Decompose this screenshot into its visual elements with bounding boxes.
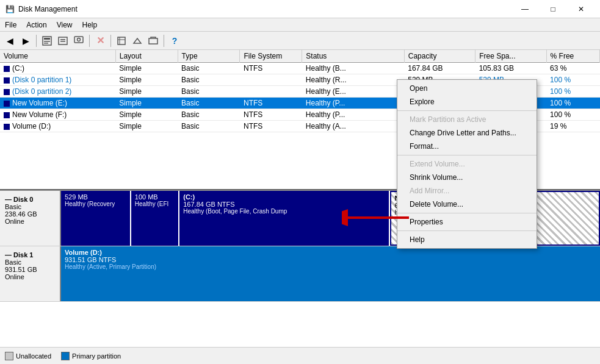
cell-freespace: 105.83 GB	[475, 63, 546, 74]
disk1-status: Online	[5, 273, 55, 280]
arrow-indicator	[342, 209, 415, 229]
disk1-label: — Disk 1 Basic 931.51 GB Online	[0, 246, 61, 301]
cell-fs	[240, 86, 302, 98]
toolbar-separator-1	[36, 35, 37, 47]
legend-box-primary	[61, 352, 70, 360]
col-header-fs[interactable]: File System	[240, 50, 302, 63]
toolbar-btn-3[interactable]	[40, 34, 54, 48]
col-header-freespace[interactable]: Free Spa...	[475, 50, 546, 63]
disk1-name: — Disk 1	[5, 251, 55, 259]
cell-volume: (Disk 0 partition 1)	[0, 74, 115, 86]
table-row[interactable]: (C:) Simple Basic NTFS Healthy (B... 167…	[0, 63, 600, 74]
window-icon: 💾	[5, 4, 15, 14]
cell-layout: Simple	[115, 121, 178, 132]
toolbar-btn-9[interactable]	[146, 34, 161, 48]
ctx-shrink[interactable]: Shrink Volume...	[397, 171, 537, 184]
ctx-add-mirror[interactable]: Add Mirror...	[397, 184, 537, 198]
disk0-partition-recovery[interactable]: 529 MB Healthy (Recovery	[61, 191, 131, 246]
cell-status: Healthy (P...	[302, 109, 404, 121]
cell-pctfree: 100 %	[546, 109, 599, 121]
window-controls: — □ ✕	[511, 0, 595, 18]
svg-rect-3	[44, 43, 48, 44]
ctx-mark-active[interactable]: Mark Partition as Active	[397, 113, 537, 126]
legend-box-unalloc	[5, 352, 13, 360]
svg-rect-2	[44, 41, 50, 42]
col-header-type[interactable]: Type	[178, 50, 240, 63]
cell-fs: NTFS	[240, 63, 302, 74]
disk0-partition-efi[interactable]: 100 MB Healthy (EFI	[131, 191, 179, 246]
ctx-sep-2	[397, 155, 537, 155]
table-header-row: Volume Layout Type File System Status Ca…	[0, 50, 600, 63]
cell-fs: NTFS	[240, 121, 302, 132]
disk0-name: — Disk 0	[5, 196, 55, 203]
ctx-open[interactable]: Open	[397, 82, 537, 95]
col-header-layout[interactable]: Layout	[115, 50, 178, 63]
cell-pctfree: 19 %	[546, 121, 599, 132]
menu-help[interactable]: Help	[78, 18, 103, 31]
toolbar-btn-5[interactable]	[71, 34, 86, 48]
menu-bar: File Action View Help	[0, 18, 600, 32]
toolbar-separator-2	[89, 35, 90, 47]
cell-layout: Simple	[115, 109, 178, 121]
cell-status: Healthy (A...	[302, 121, 404, 132]
part-name: (C:)	[183, 193, 385, 201]
part-status: Healthy (Active, Primary Partition)	[65, 263, 596, 270]
ctx-change-letter[interactable]: Change Drive Letter and Paths...	[397, 126, 537, 140]
disk1-partitions: Volume (D:) 931.51 GB NTFS Healthy (Acti…	[61, 246, 600, 301]
minimize-button[interactable]: —	[511, 0, 539, 18]
cell-status: Healthy (E...	[302, 86, 404, 98]
ctx-sep-1	[397, 110, 537, 111]
forward-button[interactable]: ▶	[18, 34, 33, 48]
ctx-explore[interactable]: Explore	[397, 95, 537, 109]
cell-fs	[240, 74, 302, 86]
menu-view[interactable]: View	[52, 18, 78, 31]
cell-capacity: 167.84 GB	[404, 63, 475, 74]
col-header-status[interactable]: Status	[302, 50, 404, 63]
part-status: Healthy (Recovery	[65, 201, 126, 207]
close-button[interactable]: ✕	[567, 0, 595, 18]
maximize-button[interactable]: □	[539, 0, 567, 18]
toolbar-btn-4[interactable]	[56, 34, 70, 48]
svg-rect-9	[118, 37, 125, 45]
cell-pctfree: 100 %	[546, 74, 599, 86]
ctx-help[interactable]: Help	[397, 233, 537, 246]
svg-rect-5	[60, 39, 65, 40]
col-header-volume[interactable]: Volume	[0, 50, 115, 63]
legend-unallocated: Unallocated	[5, 352, 51, 360]
help-button[interactable]: ?	[167, 34, 182, 48]
disk1-partition-d[interactable]: Volume (D:) 931.51 GB NTFS Healthy (Acti…	[61, 246, 600, 301]
cell-layout: Simple	[115, 98, 178, 109]
ctx-delete-volume[interactable]: Delete Volume...	[397, 198, 537, 211]
back-button[interactable]: ◀	[2, 34, 17, 48]
ctx-properties[interactable]: Properties	[397, 215, 537, 229]
toolbar: ◀ ▶ ✕ ?	[0, 32, 600, 50]
menu-file[interactable]: File	[0, 18, 21, 31]
svg-rect-1	[44, 38, 50, 40]
cell-type: Basic	[178, 121, 240, 132]
cell-type: Basic	[178, 74, 240, 86]
title-bar: 💾 Disk Management — □ ✕	[0, 0, 600, 18]
toolbar-separator-3	[110, 35, 111, 47]
ctx-extend[interactable]: Extend Volume...	[397, 157, 537, 171]
disk0-label: — Disk 0 Basic 238.46 GB Online	[0, 191, 61, 246]
menu-action[interactable]: Action	[21, 18, 51, 31]
cell-pctfree: 100 %	[546, 98, 599, 109]
svg-point-8	[78, 38, 81, 41]
ctx-format[interactable]: Format...	[397, 140, 537, 153]
disk0-type: Basic	[5, 203, 55, 210]
part-size: 167.84 GB NTFS	[183, 201, 385, 208]
cell-pctfree: 63 %	[546, 63, 599, 74]
legend-label-primary: Primary partition	[72, 352, 121, 360]
cell-fs: NTFS	[240, 109, 302, 121]
toolbar-btn-delete[interactable]: ✕	[93, 34, 107, 48]
part-size: 931.51 GB NTFS	[65, 256, 596, 263]
cell-status: Healthy (R...	[302, 74, 404, 86]
cell-layout: Simple	[115, 86, 178, 98]
toolbar-btn-8[interactable]	[130, 34, 145, 48]
col-header-capacity[interactable]: Capacity	[404, 50, 475, 63]
col-header-pctfree[interactable]: % Free	[546, 50, 599, 63]
disk0-size: 238.46 GB	[5, 210, 55, 218]
legend-primary: Primary partition	[61, 352, 121, 360]
toolbar-btn-7[interactable]	[114, 34, 129, 48]
legend-label-unalloc: Unallocated	[16, 352, 51, 360]
